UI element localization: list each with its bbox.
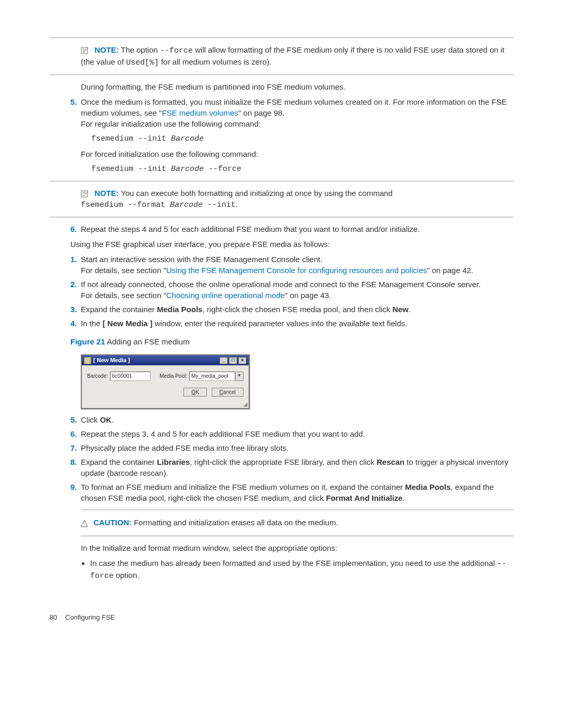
note-label: NOTE: bbox=[94, 45, 119, 54]
barcode-label: Barcode: bbox=[87, 373, 108, 380]
list-item: 8. Expand the container Libraries, right… bbox=[70, 456, 513, 478]
page-number: 80 bbox=[50, 613, 57, 621]
note-text: You can execute both formatting and init… bbox=[81, 189, 393, 208]
caution-text: Formatting and initialization erases all… bbox=[134, 517, 338, 526]
caution-icon: △ bbox=[81, 516, 88, 529]
titlebar[interactable]: [ New Media ] _ □ × bbox=[82, 355, 249, 365]
list-item: 5. Click OK. bbox=[70, 414, 513, 425]
list-marker: 7. bbox=[70, 442, 77, 453]
list-item: 4. In the [ New Media ] window, enter th… bbox=[70, 318, 513, 329]
list-item: 2. If not already connected, choose the … bbox=[70, 279, 513, 301]
caution-block: △ CAUTION: Formatting and initialization… bbox=[81, 516, 513, 529]
figure-caption: Figure 21 Adding an FSE medium bbox=[70, 336, 513, 347]
link-fse-medium-volumes[interactable]: FSE medium volumes bbox=[162, 108, 238, 117]
list-marker: 2. bbox=[70, 279, 77, 290]
cancel-button[interactable]: Cancel bbox=[212, 388, 243, 397]
divider bbox=[81, 536, 513, 536]
list-item: 5. Once the medium is formatted, you mus… bbox=[70, 96, 513, 129]
barcode-input[interactable]: bc00001 bbox=[110, 372, 151, 381]
ok-button[interactable]: OK bbox=[183, 388, 206, 397]
list-item: 9. To format an FSE medium and initializ… bbox=[70, 482, 513, 503]
note-text: The option --force will allow formatting… bbox=[81, 45, 505, 66]
list-item: In case the medium has already been form… bbox=[90, 558, 513, 582]
divider bbox=[50, 38, 513, 38]
page-footer: 80 Configuring FSE bbox=[50, 613, 513, 622]
ordered-list-gui-cont: 5. Click OK. 6. Repeat the steps 3, 4 an… bbox=[50, 414, 513, 503]
list-marker: 5. bbox=[70, 96, 77, 107]
list-item: 7. Physically place the added FSE media … bbox=[70, 442, 513, 453]
paragraph: For forced initialization use the follow… bbox=[81, 149, 513, 159]
note-icon bbox=[81, 190, 89, 198]
ordered-list-cli: 5. Once the medium is formatted, you mus… bbox=[50, 96, 513, 129]
bullet-list: In case the medium has already been form… bbox=[81, 558, 513, 582]
list-marker: 5. bbox=[70, 414, 77, 425]
list-item: 6. Repeat the steps 3, 4 and 5 for each … bbox=[70, 428, 513, 439]
caution-label: CAUTION: bbox=[93, 517, 131, 526]
divider bbox=[50, 181, 513, 181]
media-pool-dropdown[interactable]: My_media_pool ▼ bbox=[189, 372, 243, 381]
note-icon bbox=[81, 46, 89, 55]
media-pool-label: Media Pool: bbox=[160, 373, 187, 380]
ordered-list-cli-cont: 6. Repeat the steps 4 and 5 for each add… bbox=[50, 224, 513, 235]
divider bbox=[50, 75, 513, 75]
new-media-dialog: [ New Media ] _ □ × Barcode: bc00001 Med… bbox=[81, 354, 250, 409]
note-label: NOTE: bbox=[94, 189, 119, 198]
list-item: 6. Repeat the steps 4 and 5 for each add… bbox=[70, 224, 513, 235]
list-marker: 6. bbox=[70, 224, 77, 235]
resize-grip[interactable]: ◢ bbox=[82, 401, 249, 408]
ordered-list-gui: 1. Start an interactive session with the… bbox=[50, 254, 513, 329]
link-fse-console-config[interactable]: Using the FSE Management Console for con… bbox=[166, 266, 427, 275]
list-item: 1. Start an interactive session with the… bbox=[70, 254, 513, 276]
app-icon bbox=[84, 357, 91, 364]
divider bbox=[81, 510, 513, 510]
list-marker: 3. bbox=[70, 304, 77, 315]
paragraph: Using the FSE graphical user interface, … bbox=[70, 239, 513, 250]
list-marker: 1. bbox=[70, 254, 77, 265]
code-line: fsemedium --init Barcode --force bbox=[91, 164, 513, 175]
window-title: [ New Media ] bbox=[93, 356, 130, 364]
divider bbox=[50, 217, 513, 217]
link-online-mode[interactable]: Choosing online operational mode bbox=[166, 291, 285, 300]
maximize-button[interactable]: □ bbox=[229, 357, 237, 364]
chevron-down-icon[interactable]: ▼ bbox=[235, 372, 243, 381]
close-button[interactable]: × bbox=[238, 357, 247, 364]
list-marker: 6. bbox=[70, 428, 77, 439]
chapter-title: Configuring FSE bbox=[65, 613, 115, 621]
list-marker: 9. bbox=[70, 482, 77, 492]
paragraph: During formatting, the FSE medium is par… bbox=[81, 81, 513, 92]
list-marker: 8. bbox=[70, 456, 77, 467]
note-block: NOTE: The option --force will allow form… bbox=[81, 44, 513, 68]
code-line: fsemedium --init Barcode bbox=[91, 133, 513, 144]
paragraph: In the Initialize and format medium wind… bbox=[81, 542, 513, 553]
list-marker: 4. bbox=[70, 318, 77, 329]
minimize-button[interactable]: _ bbox=[219, 357, 228, 364]
note-block: NOTE: You can execute both formatting an… bbox=[81, 188, 513, 211]
list-item: 3. Expand the container Media Pools, rig… bbox=[70, 304, 513, 315]
